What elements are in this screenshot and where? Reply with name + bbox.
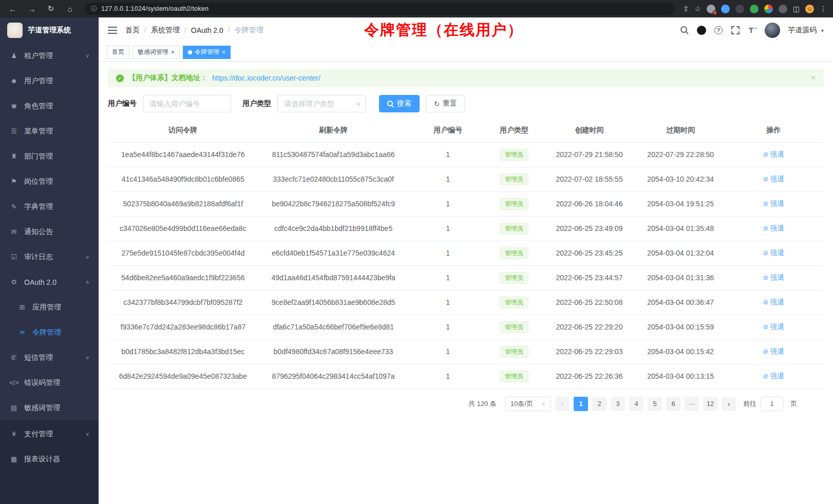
- page-button-1[interactable]: 1: [574, 397, 588, 411]
- force-logout-button[interactable]: ⊘ 强退: [763, 224, 784, 233]
- site-info-icon[interactable]: ⓘ: [91, 5, 97, 13]
- sidebar-item-error-code[interactable]: </> 错误码管理: [0, 370, 99, 395]
- force-logout-button[interactable]: ⊘ 强退: [763, 298, 784, 307]
- url-bar[interactable]: ⓘ 127.0.0.1:1024/system/oauth2/token: [85, 3, 674, 15]
- reload-icon[interactable]: ↻: [44, 2, 58, 15]
- fullscreen-icon[interactable]: [731, 26, 740, 35]
- expire-time-cell: 2054-03-04 00:13:15: [638, 364, 724, 389]
- next-page-button[interactable]: ›: [722, 397, 736, 411]
- sidebar-item-user[interactable]: ☻ 用户管理: [0, 68, 99, 93]
- force-logout-button[interactable]: ⊘ 强退: [763, 150, 784, 159]
- page-button-5[interactable]: 5: [648, 397, 662, 411]
- menu-item-label: 岗位管理: [24, 177, 89, 186]
- breadcrumb-item-1[interactable]: 系统管理: [144, 26, 180, 35]
- refresh-token-cell: e6cfd40eb1f54571a31e775e039c4624: [258, 241, 409, 265]
- menu-item-label: 错误码管理: [24, 378, 89, 387]
- back-icon[interactable]: ←: [6, 2, 20, 15]
- breadcrumb-item-2[interactable]: OAuth 2.0: [184, 26, 223, 34]
- user-type-cell: 管理员: [487, 364, 541, 389]
- user-id-cell: 1: [408, 241, 487, 265]
- sidebar-item-report-designer[interactable]: ▦ 报表设计器: [0, 447, 99, 472]
- table-row: 1ea5e44f8bc1467aaede43144f31de76 811c530…: [108, 142, 824, 167]
- sidebar-item-sms[interactable]: ✆ 短信管理 ∨: [0, 345, 99, 370]
- force-logout-button[interactable]: ⊘ 强退: [763, 273, 784, 282]
- puzzle-extension-icon[interactable]: [779, 5, 787, 13]
- sidebar-item-sensitive-word[interactable]: ▤ 敏感词管理: [0, 395, 99, 420]
- sidebar-item-audit-log[interactable]: ☑ 审计日志 ∨: [0, 244, 99, 269]
- profile-avatar-icon[interactable]: ☺: [805, 5, 814, 13]
- user-type-select[interactable]: ∨: [277, 95, 366, 112]
- user-type-cell: 管理员: [487, 241, 541, 265]
- menu-dots-icon[interactable]: ⋮: [820, 5, 827, 13]
- share-icon[interactable]: ⇧: [683, 5, 689, 13]
- side-panel-icon[interactable]: ◫: [793, 5, 800, 13]
- green-extension-icon[interactable]: [750, 5, 759, 13]
- prev-page-button[interactable]: ‹: [555, 397, 570, 411]
- sidebar-item-pay[interactable]: ¥ 支付管理 ∨: [0, 421, 99, 447]
- sidebar-item-menu[interactable]: ☰ 菜单管理: [0, 119, 99, 144]
- reset-button[interactable]: ↻ 重置: [426, 95, 465, 112]
- force-logout-button[interactable]: ⊘ 强退: [763, 322, 784, 332]
- user-id-cell: 1: [408, 216, 487, 241]
- doc-link[interactable]: https://doc.iocoder.cn/user-center/: [212, 74, 320, 82]
- audit-log-icon: ☑: [9, 253, 18, 261]
- force-logout-button[interactable]: ⊘ 强退: [763, 347, 784, 356]
- page-button-6[interactable]: 6: [666, 397, 680, 411]
- page-ellipsis[interactable]: ···: [685, 397, 699, 411]
- app-logo[interactable]: 芋道管理系统: [0, 17, 99, 43]
- token-signal-icon: ♒: [17, 328, 27, 336]
- search-icon[interactable]: [680, 26, 689, 35]
- forward-icon[interactable]: →: [25, 2, 39, 15]
- home-icon[interactable]: ⌂: [63, 2, 77, 15]
- force-logout-label: 强退: [770, 298, 784, 307]
- sidebar-item-notice[interactable]: ✉ 通知公告: [0, 219, 99, 244]
- password-extension-icon[interactable]: [707, 5, 715, 13]
- sidebar-item-oauth2[interactable]: ⚙ OAuth 2.0 ∧: [0, 269, 99, 295]
- chevron-down-icon: ∨: [541, 400, 545, 407]
- user-id-input[interactable]: [143, 95, 231, 112]
- user-type-select-input[interactable]: [277, 95, 366, 112]
- blue-extension-icon[interactable]: [721, 5, 730, 13]
- page-button-4[interactable]: 4: [629, 397, 643, 411]
- chevron-down-icon[interactable]: ▾: [821, 28, 824, 33]
- sidebar-item-oauth2-app[interactable]: ⊞ 应用管理: [0, 295, 99, 320]
- pinwheel-extension-icon[interactable]: [764, 5, 773, 13]
- search-button[interactable]: 搜索: [379, 95, 420, 112]
- sidebar-item-post[interactable]: ⚑ 岗位管理: [0, 169, 99, 194]
- tab-2[interactable]: 令牌管理 ×: [183, 46, 231, 59]
- force-logout-button[interactable]: ⊘ 强退: [763, 175, 784, 184]
- active-dot-icon: [188, 50, 192, 54]
- close-icon[interactable]: ×: [811, 73, 816, 83]
- close-icon[interactable]: ×: [222, 49, 225, 55]
- sidebar-item-tenant[interactable]: ♟ 租户管理 ∨: [0, 43, 99, 68]
- goto-page-input[interactable]: [761, 397, 783, 411]
- page-button-3[interactable]: 3: [611, 397, 625, 411]
- url-text: 127.0.0.1:1024/system/oauth2/token: [101, 5, 209, 12]
- access-token-cell: f9336e7c7dd242a283ee98dc86b17a87: [108, 315, 258, 339]
- dark-extension-icon[interactable]: [735, 5, 744, 13]
- bookmark-star-icon[interactable]: ☆: [694, 5, 701, 13]
- breadcrumb-item-0[interactable]: 首页: [125, 26, 140, 35]
- sidebar-item-dict[interactable]: ✎ 字典管理: [0, 194, 99, 219]
- force-logout-button[interactable]: ⊘ 强退: [763, 372, 784, 381]
- sidebar-item-oauth2-token[interactable]: ♒ 令牌管理: [0, 320, 99, 345]
- sidebar-item-role[interactable]: ♚ 角色管理: [0, 93, 99, 119]
- font-size-icon[interactable]: [748, 26, 757, 35]
- page-button-2[interactable]: 2: [592, 397, 607, 411]
- table-row: f9336e7c7dd242a283ee98dc86b17a87 dfa6c71…: [108, 315, 824, 339]
- username[interactable]: 芋道源码: [788, 26, 817, 35]
- app-title: 芋道管理系统: [28, 26, 71, 35]
- close-icon[interactable]: ×: [171, 49, 175, 55]
- top-header: 首页系统管理OAuth 2.0令牌管理 令牌管理（在线用户） 芋道源码 ▾: [99, 17, 833, 43]
- user-avatar[interactable]: [765, 23, 780, 38]
- page-button-12[interactable]: 12: [703, 397, 717, 411]
- page-size-select[interactable]: 10条/页 ∨: [505, 397, 551, 411]
- github-icon[interactable]: [697, 26, 706, 35]
- help-icon[interactable]: [714, 26, 723, 35]
- fold-sidebar-icon[interactable]: [108, 27, 117, 34]
- tab-0[interactable]: 首页: [107, 46, 129, 59]
- tab-1[interactable]: 敏感词管理 ×: [132, 46, 180, 59]
- sidebar-item-dept[interactable]: ♜ 部门管理: [0, 144, 99, 169]
- force-logout-button[interactable]: ⊘ 强退: [763, 199, 784, 208]
- force-logout-button[interactable]: ⊘ 强退: [763, 248, 784, 258]
